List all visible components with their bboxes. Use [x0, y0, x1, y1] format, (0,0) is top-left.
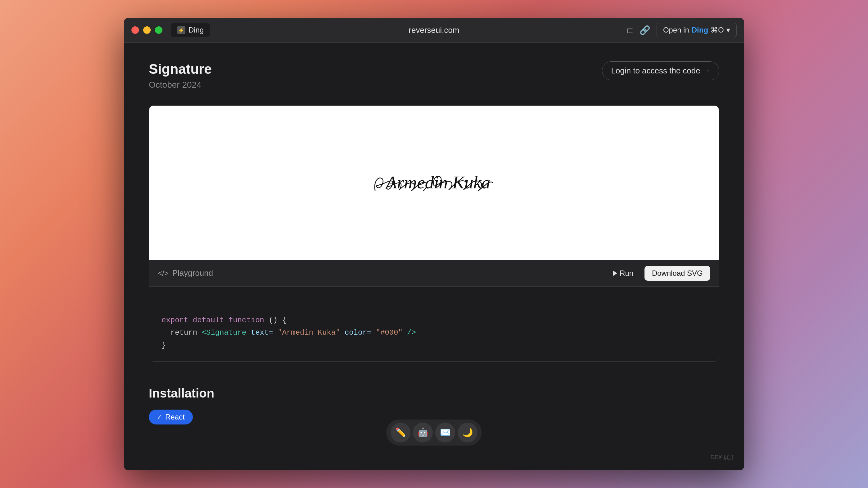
browser-tab[interactable]: ⚡ Ding [171, 23, 210, 37]
svg-text:Armedin Kuka: Armedin Kuka [385, 172, 490, 192]
code-line-3: } [161, 339, 707, 352]
watermark: DEX 展开 [711, 454, 735, 461]
page-date: October 2024 [149, 80, 212, 90]
open-in-button[interactable]: Open in Ding ⌘O ▾ [657, 23, 737, 37]
code-self-close: /> [407, 328, 416, 337]
url-bar: reverseui.com [409, 25, 459, 35]
toolbar-moon-button[interactable]: 🌙 [458, 423, 477, 443]
code-return-indent: return [161, 328, 202, 337]
tab-icon: ⚡ [177, 26, 185, 34]
check-icon: ✓ [157, 413, 162, 421]
login-button-label: Login to access the code [611, 66, 700, 75]
title-bar-right: ⊏ 🔗 Open in Ding ⌘O ▾ [626, 23, 737, 37]
minimize-button[interactable] [143, 26, 151, 34]
chevron-down-icon[interactable]: ▾ [726, 26, 730, 34]
playground-bar: </> Playground Run Download SVG [149, 260, 719, 287]
playground-text: Playground [173, 268, 213, 278]
maximize-button[interactable] [155, 26, 162, 34]
close-button[interactable] [131, 26, 139, 34]
link-icon[interactable]: 🔗 [640, 25, 650, 35]
title-bar: ⚡ Ding reverseui.com ⊏ 🔗 Open in Ding ⌘O… [124, 18, 744, 43]
code-color-attr: color= [345, 328, 371, 337]
play-icon [613, 270, 617, 276]
page-title-section: Signature October 2024 [149, 61, 212, 90]
code-closing-brace: } [161, 341, 166, 350]
download-svg-button[interactable]: Download SVG [645, 266, 710, 281]
installation-title: Installation [149, 386, 719, 400]
open-in-app: Ding [692, 26, 708, 34]
signature-preview: Armedin Kuka [149, 105, 719, 260]
code-text-value: "Armedin Kuka" [277, 328, 340, 337]
page-header: Signature October 2024 Login to access t… [149, 61, 719, 90]
traffic-lights [131, 26, 162, 34]
code-line-2: return <Signature text= "Armedin Kuka" c… [161, 327, 707, 339]
page-title: Signature [149, 61, 212, 77]
main-content: Signature October 2024 Login to access t… [124, 43, 744, 470]
toolbar-edit-button[interactable]: ✏️ [391, 423, 410, 443]
code-block: export default function () { return <Sig… [149, 305, 719, 362]
code-export: export default [161, 316, 228, 324]
run-button[interactable]: Run [607, 266, 640, 281]
code-parens: () { [269, 316, 287, 324]
playground-actions: Run Download SVG [607, 266, 710, 281]
tab-label: Ding [188, 26, 204, 34]
toolbar-mail-button[interactable]: ✉️ [435, 423, 455, 443]
share-icon[interactable]: ⊏ [626, 25, 633, 35]
code-line-1: export default function () { [161, 314, 707, 327]
react-label: React [165, 413, 185, 421]
code-icon: </> [158, 269, 168, 278]
code-text-attr: text= [251, 328, 273, 337]
bottom-toolbar: ✏️ 🤖 ✉️ 🌙 [386, 420, 482, 446]
open-in-shortcut: ⌘O [711, 26, 724, 34]
playground-label: </> Playground [158, 268, 213, 278]
signature-svg: Armedin Kuka [356, 164, 512, 201]
login-button[interactable]: Login to access the code → [602, 61, 719, 80]
code-component-tag: <Signature [202, 328, 246, 337]
installation-section: Installation ✓ React [149, 380, 719, 424]
browser-content: Signature October 2024 Login to access t… [124, 43, 744, 470]
react-badge[interactable]: ✓ React [149, 410, 193, 424]
toolbar-robot-button[interactable]: 🤖 [413, 423, 433, 443]
code-function-kw: function [228, 316, 264, 324]
code-color-value: "#000" [376, 328, 402, 337]
arrow-icon: → [703, 67, 710, 75]
run-label: Run [620, 269, 633, 278]
open-in-label: Open in [663, 26, 689, 34]
browser-window: ⚡ Ding reverseui.com ⊏ 🔗 Open in Ding ⌘O… [124, 18, 744, 470]
download-label: Download SVG [652, 269, 703, 277]
